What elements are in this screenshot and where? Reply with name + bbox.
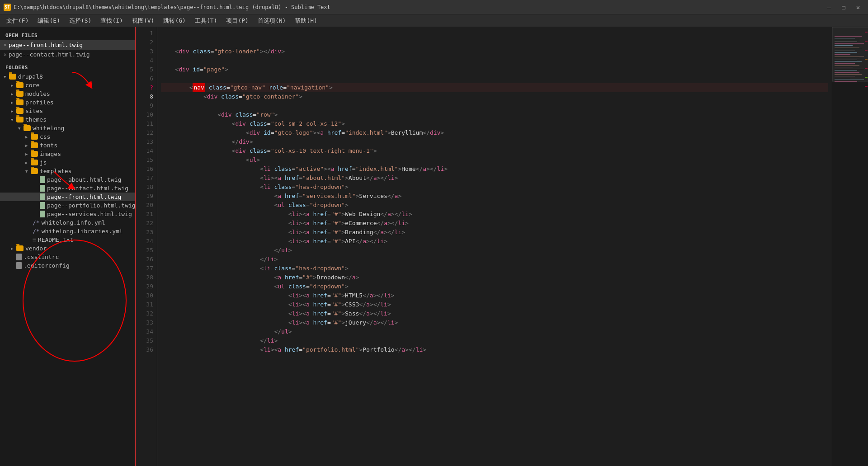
folder-core[interactable]: ▶ core: [0, 81, 135, 89]
line-10: 10: [136, 110, 153, 119]
code-line-32: <li><a href="#" >Sass </a></li>: [161, 309, 828, 318]
open-files-header: OPEN FILES: [0, 29, 135, 40]
folder-sites[interactable]: ▶ sites: [0, 107, 135, 115]
close-button[interactable]: ✕: [852, 1, 864, 14]
file-icon-contact: [40, 185, 45, 192]
code-line-36: <li ><a href="portfolio.html" >Portfolio…: [161, 345, 828, 354]
folder-css[interactable]: ▶ css: [0, 132, 135, 141]
code-line-20: <ul class="dropdown" >: [161, 201, 828, 210]
open-file-front-name: page--front.html.twig: [9, 42, 83, 48]
app-icon: ST: [4, 4, 11, 11]
menu-view[interactable]: 视图(V): [127, 15, 159, 26]
code-line-35: </li>: [161, 336, 828, 345]
file-info-yml[interactable]: ▶ /* whitelong.info.yml: [0, 218, 135, 227]
line-36: 36: [136, 345, 153, 354]
open-file-front[interactable]: ✕ page--front.html.twig: [0, 40, 135, 50]
folders-header: FOLDERS: [0, 61, 135, 72]
arrow-templates: ▼: [25, 169, 31, 174]
code-line-14: <div class="col-xs-10 text-right menu-1"…: [161, 146, 828, 155]
code-line-22: <li><a href="#" >eCommerce </a></li>: [161, 219, 828, 228]
menu-find[interactable]: 查找(I): [96, 15, 127, 26]
code-line-16: <li class="active" ><a href="index.html"…: [161, 165, 828, 174]
line-2: 2: [136, 38, 153, 47]
line-35: 35: [136, 336, 153, 345]
menu-select[interactable]: 选择(S): [65, 15, 96, 26]
minimize-button[interactable]: —: [823, 1, 835, 14]
folder-vendor[interactable]: ▶ vendor: [0, 244, 135, 253]
file-front-label: page--front.html.twig: [47, 193, 121, 200]
close-file-contact[interactable]: ✕: [4, 52, 7, 57]
line-21: 21: [136, 210, 153, 219]
arrow-vendor: ▶: [11, 246, 16, 251]
folder-templates[interactable]: ▼ templates: [0, 167, 135, 175]
folder-js[interactable]: ▶ js: [0, 158, 135, 167]
line-1: 1: [136, 29, 153, 38]
line-12: 12: [136, 128, 153, 137]
code-line-24: <li><a href="#" >API </a></li>: [161, 237, 828, 246]
folder-icon-vendor: [16, 245, 24, 251]
menu-edit[interactable]: 编辑(E): [33, 15, 64, 26]
folder-themes[interactable]: ▼ themes: [0, 115, 135, 124]
file-contact[interactable]: ▶ page--contact.html.twig: [0, 184, 135, 193]
line-9: 9: [136, 101, 153, 110]
folder-modules-label: modules: [25, 90, 50, 97]
file-portfolio[interactable]: ▶ page--portfolio.html.twig: [0, 201, 135, 210]
folder-images[interactable]: ▶ images: [0, 150, 135, 158]
minimap[interactable]: [832, 27, 868, 466]
folder-images-label: images: [40, 151, 61, 157]
code-editor[interactable]: <div class="gtco-loader" ></div> <div id…: [157, 27, 832, 466]
folder-vendor-label: vendor: [25, 245, 47, 252]
line-5: 5: [136, 65, 153, 74]
menu-project[interactable]: 项目(P): [222, 15, 253, 26]
line-15: 15: [136, 155, 153, 165]
file-services-label: page--services.html.twig: [47, 211, 132, 217]
menu-preferences[interactable]: 首选项(N): [253, 15, 290, 26]
folder-fonts[interactable]: ▶ fonts: [0, 141, 135, 150]
titlebar-controls[interactable]: — ❐ ✕: [823, 1, 864, 14]
arrow-profiles: ▶: [11, 100, 16, 105]
maximize-button[interactable]: ❐: [837, 1, 850, 14]
arrow-images: ▶: [25, 152, 31, 156]
folder-core-label: core: [25, 82, 39, 89]
line-18: 18: [136, 183, 153, 192]
file-editorconfig[interactable]: ▶ .editorconfig: [0, 261, 135, 270]
file-front[interactable]: ▶ page--front.html.twig: [0, 193, 135, 201]
line-31: 31: [136, 300, 153, 309]
folder-profiles[interactable]: ▶ profiles: [0, 98, 135, 107]
code-line-23: <li><a href="#" >Branding </a></li>: [161, 228, 828, 237]
folder-whitelong-label: whitelong: [33, 125, 64, 132]
arrow-sites: ▶: [11, 109, 16, 113]
code-line-21: <li><a href="#" >Web Design </a></li>: [161, 210, 828, 219]
close-file-front[interactable]: ✕: [4, 42, 7, 48]
file-csslintrc[interactable]: ▶ .csslintrc: [0, 253, 135, 261]
arrow-modules: ▶: [11, 92, 16, 96]
menu-tools[interactable]: 工具(T): [190, 15, 222, 26]
open-file-contact[interactable]: ✕ page--contact.html.twig: [0, 50, 135, 59]
folder-whitelong[interactable]: ▼ whitelong: [0, 124, 135, 132]
menu-help[interactable]: 帮助(H): [290, 15, 321, 26]
menu-file[interactable]: 文件(F): [2, 15, 33, 26]
file-icon-csslintrc: [16, 254, 22, 260]
file-about[interactable]: ▶ page--about.html.twig: [0, 175, 135, 184]
line-19: 19: [136, 192, 153, 201]
code-line-26: </li>: [161, 255, 828, 264]
file-readme[interactable]: ▶ ≡ README.txt: [0, 235, 135, 244]
code-line-17: <li ><a href="about.html" >About </a></l…: [161, 174, 828, 183]
titlebar-left: ST E:\xampp\htdocs\drupal8\themes\whitel…: [4, 4, 330, 11]
file-libraries-yml[interactable]: ▶ /* whitelong.libraries.yml: [0, 227, 135, 235]
menu-goto[interactable]: 跳转(G): [159, 15, 190, 26]
folder-icon-sites: [16, 108, 24, 114]
folder-drupal8[interactable]: ▼ drupal8: [0, 72, 135, 81]
folder-icon-drupal8: [9, 74, 16, 80]
code-line-28: <a href="#" >Dropdown </a>: [161, 273, 828, 282]
file-services[interactable]: ▶ page--services.html.twig: [0, 210, 135, 218]
open-file-contact-name: page--contact.html.twig: [9, 51, 90, 58]
file-icon-about: [40, 176, 45, 183]
code-line-15: <ul>: [161, 155, 828, 165]
folder-modules[interactable]: ▶ modules: [0, 89, 135, 98]
window-title: E:\xampp\htdocs\drupal8\themes\whitelong…: [14, 4, 330, 10]
file-icon-services: [40, 211, 45, 217]
line-8: 8: [136, 92, 153, 101]
file-contact-label: page--contact.html.twig: [47, 185, 128, 192]
folder-icon-modules: [16, 91, 24, 97]
